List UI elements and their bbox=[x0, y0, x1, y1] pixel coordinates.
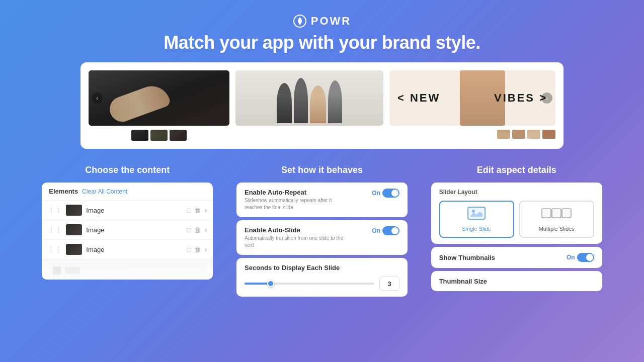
preview-left: ‹ bbox=[89, 70, 229, 141]
bottom-section: Choose the content Elements Clear All Co… bbox=[0, 156, 644, 297]
column-left: Choose the content Elements Clear All Co… bbox=[30, 165, 225, 297]
elem-actions-3: □ 🗑 bbox=[187, 246, 201, 253]
svg-point-3 bbox=[472, 210, 475, 213]
drag-icon[interactable]: ⋮⋮ bbox=[48, 226, 62, 234]
show-thumbnails-switch[interactable] bbox=[577, 253, 594, 262]
thumb-2 bbox=[150, 130, 168, 141]
single-slide-icon bbox=[467, 207, 486, 223]
auto-slide-toggle[interactable]: On bbox=[372, 226, 399, 235]
preview-right: < NEW VIBES > › bbox=[389, 70, 555, 139]
new-text: < NEW bbox=[397, 92, 440, 105]
show-thumbnails-toggle-label: On bbox=[567, 254, 575, 261]
expand-icon-2[interactable]: › bbox=[205, 226, 207, 234]
column-middle: Set how it behaves Enable Auto-Repeat Sl… bbox=[225, 165, 420, 297]
auto-slide-row: Enable Auto-Slide Automatically transiti… bbox=[245, 226, 399, 249]
elem-label-3: Image bbox=[86, 246, 183, 253]
slide-left-main: ‹ bbox=[89, 70, 229, 126]
auto-repeat-toggle[interactable]: On bbox=[372, 189, 399, 198]
delete-icon[interactable]: 🗑 bbox=[194, 226, 201, 234]
svg-rect-2 bbox=[468, 207, 485, 219]
seconds-slider-row: 3 bbox=[245, 277, 399, 291]
show-thumbnails-label: Show Thumbnails bbox=[439, 254, 495, 261]
elements-header: Elements Clear All Content bbox=[42, 183, 213, 201]
list-item: ⋮⋮ Image □ 🗑 › bbox=[42, 220, 213, 240]
auto-repeat-desc: Slideshow automatically repeats after it… bbox=[245, 197, 345, 211]
single-slide-option[interactable]: Single Slide bbox=[439, 201, 514, 238]
elem-actions-1: □ 🗑 bbox=[187, 207, 201, 214]
elements-panel: Elements Clear All Content ⋮⋮ Image □ 🗑 … bbox=[42, 183, 213, 280]
elem-label-2: Image bbox=[86, 226, 183, 234]
clear-all-button[interactable]: Clear All Content bbox=[82, 188, 127, 195]
elem-thumb-1 bbox=[66, 205, 82, 216]
next-arrow[interactable]: › bbox=[541, 93, 552, 104]
figure-2 bbox=[294, 78, 308, 123]
range-track bbox=[245, 283, 374, 285]
drag-icon[interactable]: ⋮⋮ bbox=[48, 245, 62, 253]
panel-fade bbox=[42, 259, 213, 280]
auto-slide-text: Enable Auto-Slide Automatically transiti… bbox=[245, 226, 345, 249]
multiple-slides-icon bbox=[541, 207, 572, 223]
prev-arrow[interactable]: ‹ bbox=[92, 93, 103, 104]
aspect-panel: Slider Layout Single Slide bbox=[431, 183, 602, 291]
slide-right-main: < NEW VIBES > › bbox=[389, 70, 555, 126]
auto-slide-card: Enable Auto-Slide Automatically transiti… bbox=[236, 220, 408, 255]
rthumb-1 bbox=[497, 130, 510, 139]
auto-repeat-switch[interactable] bbox=[382, 189, 399, 198]
thumbnail-size-label: Thumbnail Size bbox=[439, 278, 487, 285]
behavior-panel: Enable Auto-Repeat Slideshow automatical… bbox=[236, 183, 408, 297]
slider-layout-title: Slider Layout bbox=[439, 189, 594, 196]
svg-rect-5 bbox=[552, 209, 561, 218]
slide-middle-main bbox=[235, 70, 383, 126]
figure-4 bbox=[328, 80, 342, 123]
thumb-3 bbox=[170, 130, 187, 141]
multiple-slides-label: Multiple Slides bbox=[539, 226, 575, 232]
slider-layout-card: Slider Layout Single Slide bbox=[431, 183, 602, 244]
thumb-1 bbox=[131, 130, 148, 141]
single-slide-label: Single Slide bbox=[462, 226, 491, 232]
seconds-title: Seconds to Display Each Slide bbox=[245, 264, 399, 272]
expand-icon-1[interactable]: › bbox=[205, 206, 207, 214]
copy-icon[interactable]: □ bbox=[187, 246, 191, 253]
logo-text: POWR bbox=[311, 15, 351, 28]
delete-icon[interactable]: 🗑 bbox=[194, 207, 201, 214]
show-thumbnails-toggle[interactable]: On bbox=[567, 253, 594, 262]
vibes-text: VIBES > bbox=[494, 92, 547, 105]
elements-label: Elements bbox=[49, 188, 78, 195]
figure-1 bbox=[277, 83, 292, 123]
copy-icon[interactable]: □ bbox=[187, 226, 191, 234]
list-item: ⋮⋮ Image □ 🗑 › bbox=[42, 240, 213, 259]
col-left-title: Choose the content bbox=[85, 165, 170, 175]
auto-repeat-card: Enable Auto-Repeat Slideshow automatical… bbox=[236, 183, 408, 217]
rthumb-3 bbox=[527, 130, 540, 139]
right-thumbs bbox=[497, 130, 555, 139]
hand-image bbox=[89, 70, 229, 126]
range-thumb[interactable] bbox=[267, 280, 274, 287]
left-thumbs bbox=[131, 130, 187, 141]
seconds-card: Seconds to Display Each Slide 3 bbox=[236, 258, 408, 297]
list-item: ⋮⋮ Image □ 🗑 › bbox=[42, 201, 213, 220]
tagline: Match your app with your brand style. bbox=[0, 32, 644, 53]
header: POWR Match your app with your brand styl… bbox=[0, 0, 644, 62]
show-thumbnails-card: Show Thumbnails On bbox=[431, 247, 602, 268]
column-right: Edit aspect details Slider Layout Single bbox=[419, 165, 614, 297]
thumbnail-size-card: Thumbnail Size bbox=[431, 271, 602, 291]
svg-rect-4 bbox=[542, 209, 551, 218]
slider-value[interactable]: 3 bbox=[379, 277, 399, 291]
drag-icon[interactable]: ⋮⋮ bbox=[48, 206, 62, 214]
preview-section: ‹ < NEW bbox=[0, 62, 644, 149]
auto-slide-switch[interactable] bbox=[382, 226, 399, 235]
expand-icon-3[interactable]: › bbox=[205, 245, 207, 253]
copy-icon[interactable]: □ bbox=[187, 207, 191, 214]
multiple-slides-option[interactable]: Multiple Slides bbox=[519, 201, 594, 238]
auto-slide-toggle-label: On bbox=[372, 227, 380, 234]
logo: POWR bbox=[0, 14, 644, 28]
auto-repeat-title: Enable Auto-Repeat bbox=[245, 189, 345, 196]
elem-thumb-2 bbox=[66, 224, 82, 235]
elem-actions-2: □ 🗑 bbox=[187, 226, 201, 234]
auto-repeat-row: Enable Auto-Repeat Slideshow automatical… bbox=[245, 189, 399, 211]
delete-icon[interactable]: 🗑 bbox=[194, 246, 201, 253]
preview-container: ‹ < NEW bbox=[80, 62, 564, 149]
powr-logo-icon bbox=[293, 14, 307, 28]
col-right-title: Edit aspect details bbox=[477, 165, 556, 175]
auto-repeat-toggle-label: On bbox=[372, 190, 380, 197]
